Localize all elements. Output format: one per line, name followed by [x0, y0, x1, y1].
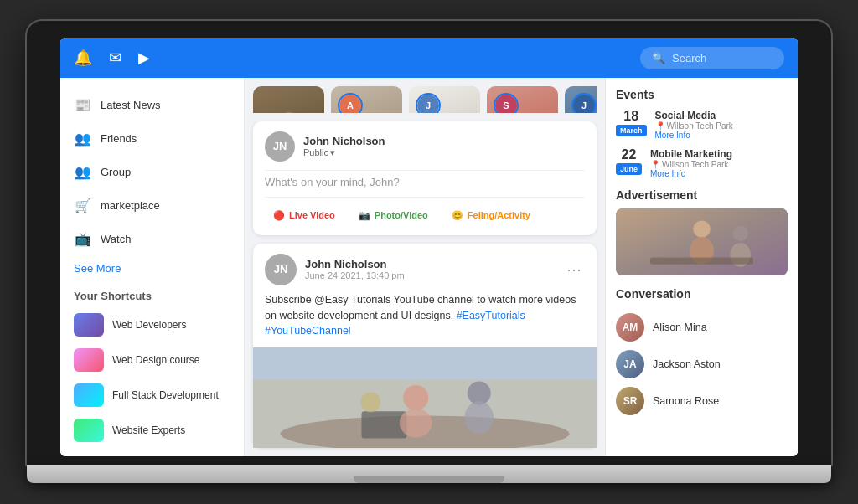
- event-month-1: March: [616, 125, 647, 136]
- svg-point-15: [400, 409, 432, 438]
- feeling-button[interactable]: 😊 Feling/Activity: [443, 206, 539, 225]
- search-bar[interactable]: 🔍: [640, 47, 784, 69]
- avatar-john-doe: J: [573, 95, 595, 113]
- event-info-2: Mobile Marketing 📍 Willson Tech Park Mor…: [650, 148, 788, 178]
- location-icon-2: 📍: [650, 160, 660, 169]
- nav-icons-group: 🔔 ✉ ▶: [74, 49, 150, 67]
- event-location-text-1: Willson Tech Park: [667, 121, 733, 131]
- convo-item-jackson[interactable]: JA Jackson Aston: [616, 346, 788, 383]
- shortcut-item-website-experts[interactable]: Website Experts: [60, 413, 244, 448]
- ad-title: Advertisement: [616, 188, 788, 202]
- screen: 🔔 ✉ ▶ 🔍: [60, 38, 798, 456]
- friends-icon: 👥: [74, 129, 92, 147]
- stories-row: + Post Story: [253, 86, 597, 113]
- video-icon[interactable]: ▶: [138, 49, 150, 67]
- sidebar-label-friends: Friends: [101, 132, 137, 145]
- story-avatar-samona: S: [494, 93, 519, 113]
- post-more-button[interactable]: ⋯: [563, 260, 585, 279]
- sidebar-item-latest-news[interactable]: 📰 Latest News: [60, 88, 244, 121]
- event-more-link-1[interactable]: More Info: [655, 131, 788, 140]
- events-title: Events: [616, 88, 788, 101]
- conversation-section: Conversation AM Alison Mina JA Jackson A…: [616, 287, 788, 419]
- post-image-inner: [253, 347, 597, 448]
- watch-icon: 📺: [74, 229, 92, 248]
- event-info-1: Social Media 📍 Willson Tech Park More In…: [655, 110, 788, 140]
- sidebar-item-friends[interactable]: 👥 Friends: [60, 121, 244, 155]
- svg-point-17: [464, 401, 494, 434]
- composer-author-info: John Nicholson Public ▾: [303, 135, 385, 158]
- photo-video-label: Photo/Video: [375, 210, 428, 220]
- sidebar-label-latest-news: Latest News: [101, 99, 161, 111]
- shortcut-label-web-design: Web Design course: [112, 354, 200, 366]
- event-location-1: 📍 Willson Tech Park: [655, 121, 788, 131]
- event-item-1: 18 March Social Media 📍 Willson Tech Par…: [616, 110, 788, 140]
- convo-avatar-jackson: JA: [616, 350, 644, 378]
- shortcut-thumb-web-dev: [74, 313, 104, 337]
- composer-top: JN John Nicholson Public ▾: [265, 131, 585, 162]
- live-video-button[interactable]: 🔴 Live Video: [265, 206, 344, 225]
- post-composer: JN John Nicholson Public ▾ What's on you…: [253, 121, 597, 235]
- story-avatar-alison: A: [338, 93, 363, 113]
- group-icon: 👥: [74, 162, 92, 181]
- post-header: JN John Nicholson June 24 2021, 13:40 pm…: [253, 244, 597, 292]
- shortcut-item-web-dev[interactable]: Web Developers: [60, 307, 244, 342]
- live-video-icon: 🔴: [273, 210, 285, 221]
- event-day-2: 22: [622, 148, 637, 162]
- shortcut-label-web-dev: Web Developers: [112, 319, 187, 331]
- sidebar-item-marketplace[interactable]: 🛒 marketplace: [60, 188, 244, 222]
- ad-image: [616, 208, 788, 275]
- live-video-label: Live Video: [289, 210, 335, 220]
- event-more-link-2[interactable]: More Info: [650, 169, 788, 178]
- sidebar-label-watch: Watch: [101, 233, 131, 245]
- shortcut-label-fullstack: Full Stack Development: [112, 389, 219, 401]
- composer-placeholder[interactable]: What's on your mind, John?: [265, 170, 585, 197]
- composer-privacy[interactable]: Public ▾: [303, 147, 385, 158]
- shortcut-item-web-design[interactable]: Web Design course: [60, 342, 244, 378]
- sidebar-item-group[interactable]: 👥 Group: [60, 155, 244, 188]
- shortcut-thumb-website-experts: [74, 419, 104, 442]
- see-more-link[interactable]: See More: [60, 255, 244, 281]
- convo-name-alison: Alison Mina: [653, 321, 707, 333]
- event-name-1: Social Media: [655, 110, 788, 121]
- shortcut-thumb-fullstack: [74, 383, 104, 407]
- story-card-john-doe[interactable]: J John Doe: [565, 86, 597, 113]
- story-card-alison[interactable]: A Alison: [331, 86, 402, 113]
- bell-icon[interactable]: 🔔: [74, 49, 92, 67]
- convo-name-jackson: Jackson Aston: [653, 358, 721, 370]
- post-text: Subscribe @Easy Tutorials YouTube channe…: [253, 292, 597, 347]
- feeling-label: Feling/Activity: [468, 210, 530, 220]
- composer-avatar: JN: [265, 131, 295, 162]
- story-overlay: [253, 86, 324, 113]
- svg-point-23: [732, 226, 747, 241]
- post-avatar: JN: [265, 254, 297, 285]
- photo-video-button[interactable]: 📷 Photo/Video: [350, 206, 437, 225]
- event-month-2: June: [616, 163, 642, 175]
- privacy-chevron-icon: ▾: [330, 147, 335, 158]
- convo-avatar-alison: AM: [616, 313, 644, 342]
- convo-item-samona[interactable]: SR Samona Rose: [616, 383, 788, 419]
- story-card-jackson[interactable]: J Jackson: [409, 86, 480, 113]
- story-card-samona[interactable]: S Samona: [487, 86, 558, 113]
- ad-section: Advertisement: [616, 188, 788, 275]
- shortcut-item-fullstack[interactable]: Full Stack Development: [60, 378, 244, 413]
- svg-point-14: [403, 385, 428, 410]
- search-input[interactable]: [672, 52, 773, 64]
- post-story-card[interactable]: + Post Story: [253, 86, 324, 113]
- mail-icon-wrap: ✉: [109, 49, 121, 67]
- shortcut-label-website-experts: Website Experts: [112, 424, 185, 436]
- post-text-content: Subscribe @Easy Tutorials YouTube channe…: [265, 294, 576, 321]
- center-feed: + Post Story: [245, 78, 605, 456]
- event-location-2: 📍 Willson Tech Park: [650, 160, 788, 169]
- composer-actions: 🔴 Live Video 📷 Photo/Video 😊 Feling/Acti…: [265, 197, 585, 225]
- sidebar-label-group: Group: [101, 166, 131, 178]
- convo-item-alison[interactable]: AM Alison Mina: [616, 309, 788, 346]
- photo-icon: 📷: [359, 210, 370, 221]
- screen-bezel: 🔔 ✉ ▶ 🔍: [27, 21, 831, 465]
- sidebar-item-watch[interactable]: 📺 Watch: [60, 222, 244, 255]
- shortcut-thumb-web-design: [74, 348, 104, 372]
- event-item-2: 22 June Mobile Marketing 📍 Willson Tech …: [616, 148, 788, 178]
- avatar-samona: S: [495, 95, 517, 113]
- avatar-alison: A: [339, 95, 361, 113]
- mail-icon[interactable]: ✉: [109, 49, 121, 67]
- story-avatar-john-doe: J: [571, 93, 597, 113]
